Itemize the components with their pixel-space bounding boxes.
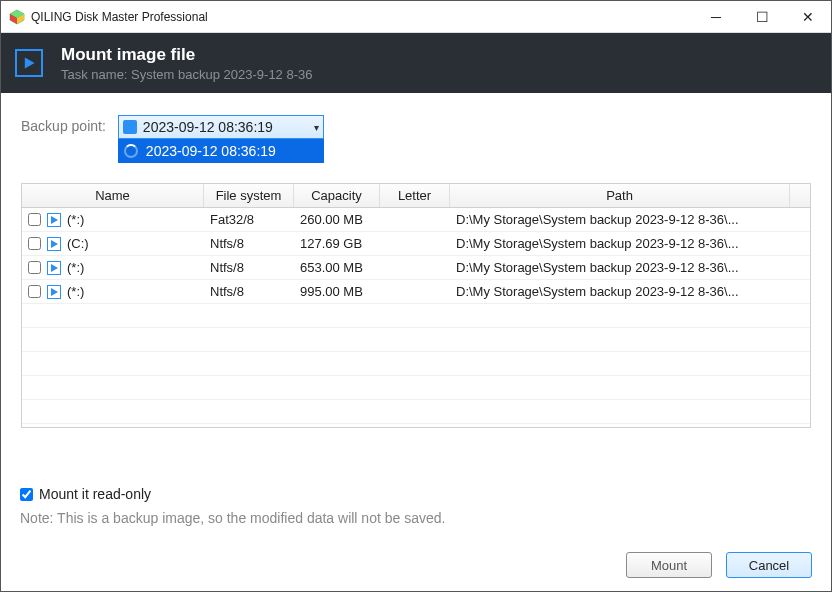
- row-checkbox[interactable]: [28, 261, 41, 274]
- maximize-button[interactable]: ☐: [739, 1, 785, 33]
- title-bar: QILING Disk Master Professional ─ ☐ ✕: [1, 1, 831, 33]
- spinner-icon: [124, 144, 138, 158]
- col-spacer: [790, 184, 810, 207]
- table-row[interactable]: (*:)Ntfs/8995.00 MBD:\My Storage\System …: [22, 280, 810, 304]
- table-header: Name File system Capacity Letter Path: [22, 184, 810, 208]
- row-capacity: 127.69 GB: [294, 236, 380, 251]
- svg-marker-5: [51, 216, 58, 224]
- table-row-empty: [22, 352, 810, 376]
- partition-table: Name File system Capacity Letter Path (*…: [21, 183, 811, 428]
- backup-point-label: Backup point:: [21, 115, 106, 134]
- play-icon: [47, 237, 61, 251]
- col-path[interactable]: Path: [450, 184, 790, 207]
- col-name[interactable]: Name: [22, 184, 204, 207]
- readonly-label: Mount it read-only: [39, 486, 151, 502]
- col-letter[interactable]: Letter: [380, 184, 450, 207]
- backup-point-option-label: 2023-09-12 08:36:19: [146, 143, 276, 159]
- row-filesystem: Ntfs/8: [204, 284, 294, 299]
- row-capacity: 260.00 MB: [294, 212, 380, 227]
- row-filesystem: Ntfs/8: [204, 260, 294, 275]
- row-path: D:\My Storage\System backup 2023-9-12 8-…: [450, 212, 810, 227]
- app-title: QILING Disk Master Professional: [31, 10, 693, 24]
- row-checkbox[interactable]: [28, 213, 41, 226]
- table-row-empty: [22, 376, 810, 400]
- content-area: Backup point: 2023-09-12 08:36:19 ▾ 2023…: [1, 93, 831, 438]
- row-path: D:\My Storage\System backup 2023-9-12 8-…: [450, 236, 810, 251]
- row-filesystem: Ntfs/8: [204, 236, 294, 251]
- play-icon: [47, 261, 61, 275]
- page-header: Mount image file Task name: System backu…: [1, 33, 831, 93]
- row-name: (*:): [67, 260, 84, 275]
- svg-marker-6: [51, 240, 58, 248]
- backup-point-dropdown-option[interactable]: 2023-09-12 08:36:19: [118, 139, 324, 163]
- row-path: D:\My Storage\System backup 2023-9-12 8-…: [450, 260, 810, 275]
- table-row[interactable]: (C:)Ntfs/8127.69 GBD:\My Storage\System …: [22, 232, 810, 256]
- row-name: (C:): [67, 236, 89, 251]
- window-controls: ─ ☐ ✕: [693, 1, 831, 33]
- readonly-checkbox[interactable]: [20, 488, 33, 501]
- row-checkbox[interactable]: [28, 285, 41, 298]
- disk-icon: [123, 120, 137, 134]
- table-row-empty: [22, 400, 810, 424]
- readonly-checkbox-row[interactable]: Mount it read-only: [20, 486, 812, 502]
- chevron-down-icon: ▾: [314, 122, 319, 133]
- mount-button[interactable]: Mount: [626, 552, 712, 578]
- row-capacity: 995.00 MB: [294, 284, 380, 299]
- minimize-button[interactable]: ─: [693, 1, 739, 33]
- footer-area: Mount it read-only Note: This is a backu…: [0, 486, 832, 592]
- svg-marker-8: [51, 288, 58, 296]
- app-icon: [9, 9, 25, 25]
- backup-point-combobox[interactable]: 2023-09-12 08:36:19 ▾: [118, 115, 324, 139]
- row-name: (*:): [67, 284, 84, 299]
- note-text: Note: This is a backup image, so the mod…: [20, 510, 812, 526]
- table-row-empty: [22, 328, 810, 352]
- row-name: (*:): [67, 212, 84, 227]
- svg-marker-4: [25, 57, 35, 68]
- close-button[interactable]: ✕: [785, 1, 831, 33]
- col-filesystem[interactable]: File system: [204, 184, 294, 207]
- page-subtitle: Task name: System backup 2023-9-12 8-36: [61, 67, 312, 82]
- page-title: Mount image file: [61, 45, 312, 65]
- row-checkbox[interactable]: [28, 237, 41, 250]
- row-capacity: 653.00 MB: [294, 260, 380, 275]
- col-capacity[interactable]: Capacity: [294, 184, 380, 207]
- table-row[interactable]: (*:)Ntfs/8653.00 MBD:\My Storage\System …: [22, 256, 810, 280]
- table-row-empty: [22, 304, 810, 328]
- backup-point-selected: 2023-09-12 08:36:19: [143, 119, 273, 135]
- svg-marker-7: [51, 264, 58, 272]
- mount-icon: [15, 49, 43, 77]
- row-path: D:\My Storage\System backup 2023-9-12 8-…: [450, 284, 810, 299]
- cancel-button[interactable]: Cancel: [726, 552, 812, 578]
- row-filesystem: Fat32/8: [204, 212, 294, 227]
- table-row[interactable]: (*:)Fat32/8260.00 MBD:\My Storage\System…: [22, 208, 810, 232]
- play-icon: [47, 213, 61, 227]
- play-icon: [47, 285, 61, 299]
